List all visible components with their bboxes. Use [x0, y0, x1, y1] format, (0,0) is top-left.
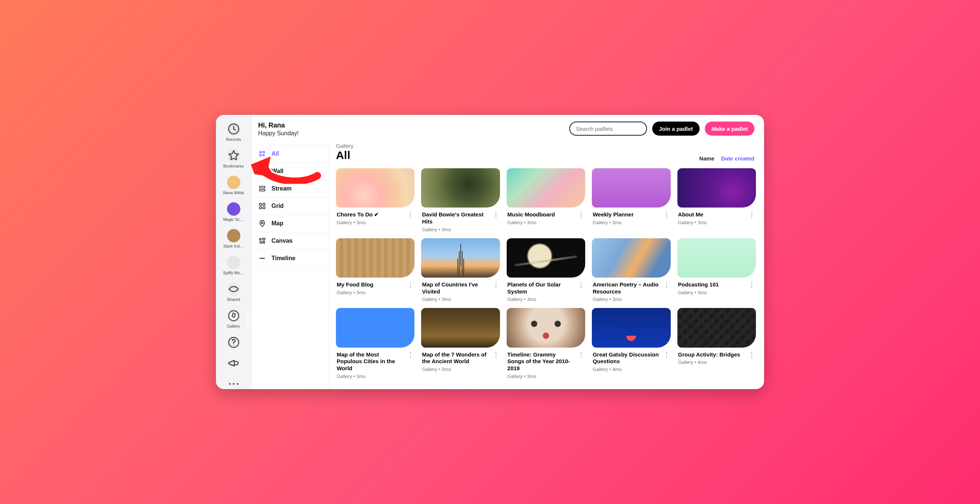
svg-point-3 [233, 345, 234, 345]
grid-icon [258, 202, 266, 210]
gallery-card[interactable]: American Poetry – Audio ResourcesGallery… [592, 238, 670, 302]
svg-rect-16 [259, 189, 265, 191]
card-subtitle: Gallery • 3mo [508, 297, 574, 302]
svg-rect-19 [259, 207, 262, 209]
card-more-button[interactable]: ⋮ [493, 211, 499, 218]
card-thumbnail [507, 168, 585, 207]
gallery-card[interactable]: My Food BlogGallery • 3mo⋮ [336, 238, 414, 302]
svg-point-21 [261, 222, 263, 224]
gallery-card[interactable]: Planets of Our Solar SystemGallery • 3mo… [507, 238, 585, 302]
card-more-button[interactable]: ⋮ [407, 281, 414, 288]
card-more-button[interactable]: ⋮ [407, 211, 414, 218]
card-title: About Me [678, 211, 707, 218]
rail-extra-more[interactable] [219, 375, 248, 389]
gallery-header: Gallery All Name Date created [329, 139, 764, 163]
rail-extra-announce[interactable] [219, 354, 248, 373]
rail-item-bookmarks[interactable]: Bookmarks [219, 147, 248, 171]
rail-item-shared[interactable]: Shared [219, 280, 248, 305]
card-title: Planets of Our Solar System [508, 281, 574, 295]
card-subtitle: Gallery • 3mo [337, 290, 373, 295]
card-title: David Bowie's Greatest Hits [422, 211, 488, 225]
pin-icon [258, 219, 266, 228]
svg-rect-9 [259, 154, 261, 156]
card-meta: Music MoodboardGallery • 3mo⋮ [507, 207, 585, 225]
search-input[interactable] [569, 121, 647, 136]
gallery-card[interactable]: Map of the Most Populous Cities in the W… [336, 308, 414, 379]
join-padlet-button[interactable]: Join a padlet [652, 121, 700, 136]
svg-rect-14 [262, 172, 265, 174]
card-thumbnail [592, 308, 670, 347]
svg-point-1 [229, 311, 239, 321]
card-thumbnail [336, 238, 414, 278]
rail-extra-help[interactable] [219, 333, 248, 352]
card-more-button[interactable]: ⋮ [663, 211, 670, 218]
rail-label: Gallery [227, 324, 240, 329]
card-meta: Map of the 7 Wonders of the Ancient Worl… [421, 348, 500, 372]
card-more-button[interactable]: ⋮ [407, 351, 414, 358]
gallery-card[interactable]: About MeGallery • 3mo⋮ [678, 168, 756, 232]
cards-grid: Chores To Do ✔Gallery • 3mo⋮David Bowie'… [329, 163, 764, 386]
gallery-card[interactable]: Music MoodboardGallery • 3mo⋮ [507, 168, 585, 232]
body-row: AllWallStreamGridMapCanvasTimeline Galle… [251, 139, 764, 389]
gallery-card[interactable]: Map of Countries I've VisitedGallery • 3… [421, 238, 500, 302]
svg-point-7 [259, 151, 261, 153]
card-meta: Planets of Our Solar SystemGallery • 3mo… [507, 278, 585, 302]
sidebar-item-label: Timeline [272, 255, 296, 262]
card-more-button[interactable]: ⋮ [493, 351, 499, 358]
gallery-card[interactable]: Weekly PlannerGallery • 3mo⋮ [592, 168, 670, 232]
sidebar-item-label: Wall [272, 168, 283, 175]
gallery-card[interactable]: Timeline: Grammy Songs of the Year 2010-… [507, 308, 585, 379]
sidebar-item-canvas[interactable]: Canvas [251, 232, 329, 250]
card-more-button[interactable]: ⋮ [749, 211, 755, 218]
sidebar-item-map[interactable]: Map [251, 215, 329, 232]
card-subtitle: Gallery • 3mo [508, 373, 574, 379]
sort-date[interactable]: Date created [721, 155, 754, 161]
gallery-card[interactable]: David Bowie's Greatest HitsGallery • 3mo… [421, 168, 500, 232]
card-meta: Chores To Do ✔Gallery • 3mo⋮ [336, 207, 414, 225]
page-title: All [336, 149, 354, 161]
sidebar-item-all[interactable]: All [251, 145, 329, 163]
sort-name[interactable]: Name [699, 155, 714, 161]
avatar [227, 229, 240, 242]
card-more-button[interactable]: ⋮ [493, 281, 499, 288]
card-subtitle: Gallery • 3mo [337, 220, 379, 225]
sidebar-item-wall[interactable]: Wall [251, 163, 329, 180]
rail-item-recents[interactable]: Recents [219, 120, 248, 145]
gallery-card[interactable]: Group Activity: BridgesGallery • 4mo⋮ [678, 308, 756, 379]
category-list: AllWallStreamGridMapCanvasTimeline [251, 145, 329, 267]
card-subtitle: Gallery • 3mo [422, 367, 488, 372]
card-subtitle: Gallery • 3mo [422, 227, 488, 232]
card-more-button[interactable]: ⋮ [749, 281, 755, 288]
rail-label: Stark Ind… [223, 244, 244, 248]
star-icon [227, 149, 240, 162]
rail-item-stark[interactable]: Stark Ind… [219, 227, 248, 251]
rail-item-rana[interactable]: Rana Wilds [219, 174, 248, 198]
card-title: American Poetry – Audio Resources [593, 281, 659, 295]
card-more-button[interactable]: ⋮ [578, 211, 584, 218]
svg-rect-11 [259, 169, 262, 171]
gallery-card[interactable]: Chores To Do ✔Gallery • 3mo⋮ [336, 168, 414, 232]
card-more-button[interactable]: ⋮ [749, 351, 755, 358]
gallery-card[interactable]: Podcasting 101Gallery • 3mo⋮ [678, 238, 756, 302]
make-padlet-button[interactable]: Make a padlet [705, 121, 754, 136]
card-more-button[interactable]: ⋮ [578, 281, 584, 288]
gallery-card[interactable]: Map of the 7 Wonders of the Ancient Worl… [421, 308, 500, 379]
sidebar-item-stream[interactable]: Stream [251, 180, 329, 198]
sidebar-item-label: Grid [272, 203, 284, 209]
card-more-button[interactable]: ⋮ [578, 351, 584, 358]
card-more-button[interactable]: ⋮ [663, 351, 670, 358]
dots-icon [227, 377, 240, 389]
card-more-button[interactable]: ⋮ [663, 281, 670, 288]
avatar [227, 175, 240, 189]
gallery-card[interactable]: Great Gatsby Discussion QuestionsGallery… [592, 308, 670, 379]
sidebar-item-grid[interactable]: Grid [251, 198, 329, 215]
rail-item-spiffy[interactable]: Spiffy Mo… [219, 254, 248, 278]
sidebar-item-timeline[interactable]: Timeline [251, 250, 329, 267]
rail-item-magic[interactable]: Magic Sc… [219, 200, 248, 225]
rail-item-gallery[interactable]: Gallery [219, 307, 248, 331]
main-column: Hi, Rana Happy Sunday! Join a padlet Mak… [251, 115, 764, 389]
svg-point-4 [229, 383, 231, 385]
apps-icon [258, 150, 266, 158]
card-meta: About MeGallery • 3mo⋮ [678, 207, 756, 225]
app-window: RecentsBookmarksRana WildsMagic Sc…Stark… [216, 115, 764, 389]
